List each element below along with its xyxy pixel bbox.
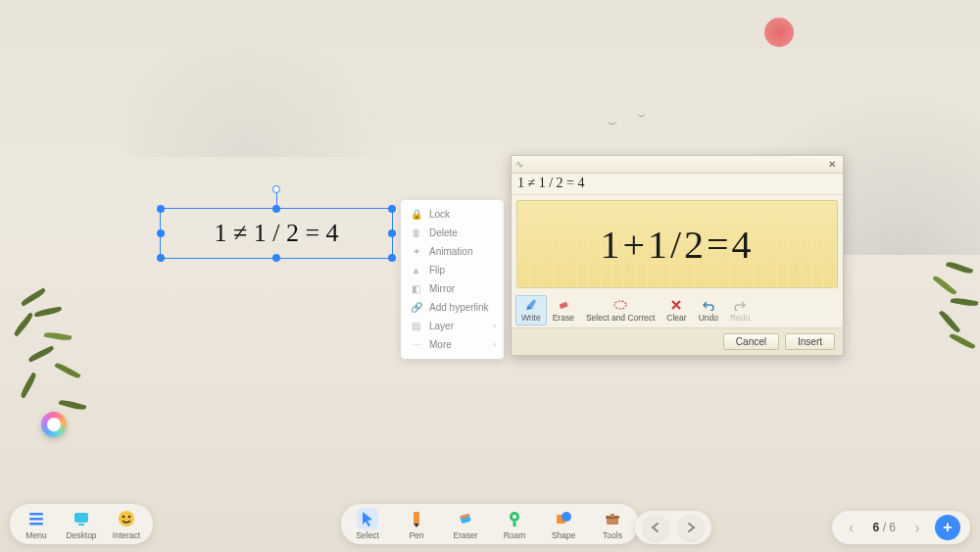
shape-tool[interactable]: Shape [547, 508, 580, 540]
desktop-button[interactable]: Desktop [65, 508, 98, 540]
insert-button[interactable]: Insert [785, 333, 835, 350]
background-bird: ︶ [637, 110, 647, 124]
background-sun [764, 18, 794, 47]
math-tool-label: Redo [730, 313, 750, 323]
resize-handle-bl[interactable] [157, 254, 165, 262]
mirror-icon: ◧ [411, 283, 421, 294]
eraser-icon [455, 508, 476, 529]
lock-icon: 🔒 [411, 209, 421, 220]
svg-rect-0 [559, 302, 567, 309]
math-tool-row: Write Erase Select and Correct Clear Und… [512, 293, 843, 327]
lasso-icon [612, 298, 628, 312]
math-panel-icon: ∿ [515, 159, 527, 171]
cancel-button[interactable]: Cancel [723, 333, 779, 350]
undo-icon [648, 520, 663, 535]
menu-item-more[interactable]: ⋯More› [401, 335, 504, 354]
toolbar-label: Pen [409, 530, 423, 540]
rotate-handle[interactable] [272, 185, 280, 193]
pen-tool[interactable]: Pen [400, 508, 433, 540]
resize-handle-mr[interactable] [388, 229, 396, 237]
close-button[interactable]: ✕ [825, 158, 839, 172]
math-tool-label: Write [521, 313, 541, 323]
interact-button[interactable]: Interact [110, 508, 143, 540]
roam-tool[interactable]: Roam [498, 508, 531, 540]
math-tool-label: Select and Correct [586, 313, 655, 323]
math-panel-titlebar[interactable]: ∿ ✕ [512, 156, 843, 174]
chevron-right-icon: › [493, 340, 496, 349]
undo-icon [701, 298, 716, 312]
menu-icon [25, 508, 47, 529]
math-tool-select-correct[interactable]: Select and Correct [580, 295, 661, 326]
math-tool-label: Erase [553, 313, 574, 323]
resize-handle-bm[interactable] [272, 254, 280, 262]
math-tool-redo[interactable]: Redo [724, 295, 756, 326]
menu-item-hyperlink[interactable]: 🔗Add hyperlink [401, 298, 504, 317]
menu-item-label: Mirror [429, 283, 455, 294]
roam-icon [504, 508, 525, 529]
rotate-connector [276, 193, 277, 205]
math-input-panel: ∿ ✕ 1 ≠ 1 / 2 = 4 1+1/2=4 Write Erase Se… [511, 155, 844, 356]
redo-button[interactable] [678, 515, 704, 540]
background-bamboo [921, 255, 980, 451]
toolbar-label: Menu [25, 530, 46, 540]
page-indicator[interactable]: 6 / 6 [869, 521, 900, 534]
shape-icon [553, 508, 574, 529]
math-tool-label: Clear [666, 313, 686, 323]
math-tool-write[interactable]: Write [515, 295, 547, 326]
menu-item-label: Flip [429, 265, 445, 276]
menu-button[interactable]: Menu [20, 508, 53, 540]
svg-point-16 [562, 512, 571, 522]
toolbar-undo-redo [635, 511, 711, 544]
menu-item-mirror[interactable]: ◧Mirror [401, 279, 504, 298]
toolbar-left: Menu Desktop Interact [10, 504, 153, 544]
link-icon: 🔗 [411, 302, 421, 313]
menu-item-label: Delete [429, 227, 458, 238]
select-tool[interactable]: Select [351, 508, 384, 540]
resize-handle-tl[interactable] [157, 205, 165, 213]
selected-object[interactable]: 1 ≠ 1 / 2 = 4 [160, 208, 393, 259]
toolbar-label: Tools [603, 530, 622, 540]
handwriting-content: 1+1/2=4 [600, 222, 754, 268]
pen-icon [406, 508, 427, 529]
prev-page-button[interactable]: ‹ [842, 515, 861, 540]
math-tool-undo[interactable]: Undo [693, 295, 724, 326]
next-page-button[interactable]: › [907, 515, 927, 540]
redo-icon [683, 520, 699, 535]
menu-item-label: More [429, 339, 452, 350]
math-panel-actions: Cancel Insert [512, 327, 843, 355]
background-bird: ︶ [608, 118, 617, 131]
menu-item-layer[interactable]: ▤Layer› [401, 317, 504, 335]
math-preview: 1 ≠ 1 / 2 = 4 [512, 174, 843, 195]
menu-item-lock[interactable]: 🔒Lock [401, 205, 504, 224]
svg-rect-2 [29, 513, 43, 516]
math-tool-erase[interactable]: Erase [547, 295, 580, 326]
trash-icon: 🗑 [411, 227, 421, 238]
formula-text: 1 ≠ 1 / 2 = 4 [214, 219, 338, 248]
tools-button[interactable]: Tools [596, 508, 629, 540]
undo-button[interactable] [643, 515, 668, 540]
toolbar-center: Select Pen Eraser Roam Shape Tools [341, 504, 639, 544]
clear-icon [668, 298, 684, 312]
resize-handle-tr[interactable] [388, 205, 396, 213]
resize-handle-br[interactable] [388, 254, 396, 262]
toolbar-pagination: ‹ 6 / 6 › + [832, 511, 970, 544]
menu-item-flip[interactable]: ▲Flip [401, 261, 504, 279]
menu-item-animation[interactable]: ✦Animation [401, 242, 504, 261]
svg-rect-10 [414, 512, 419, 524]
interact-icon [116, 508, 137, 529]
launcher-button[interactable] [41, 412, 67, 437]
add-page-button[interactable]: + [935, 515, 960, 540]
svg-rect-19 [611, 514, 614, 517]
math-writepad[interactable]: 1+1/2=4 [516, 200, 838, 288]
background-mountain [127, 10, 421, 157]
svg-rect-3 [29, 518, 43, 521]
sparkle-icon: ✦ [411, 246, 421, 257]
resize-handle-tm[interactable] [272, 205, 280, 213]
resize-handle-ml[interactable] [157, 229, 165, 237]
math-tool-clear[interactable]: Clear [661, 295, 692, 326]
chevron-right-icon: › [493, 322, 496, 330]
toolbar-label: Eraser [453, 530, 477, 540]
menu-item-delete[interactable]: 🗑Delete [401, 224, 504, 242]
eraser-tool[interactable]: Eraser [449, 508, 482, 540]
menu-item-label: Animation [429, 246, 472, 257]
